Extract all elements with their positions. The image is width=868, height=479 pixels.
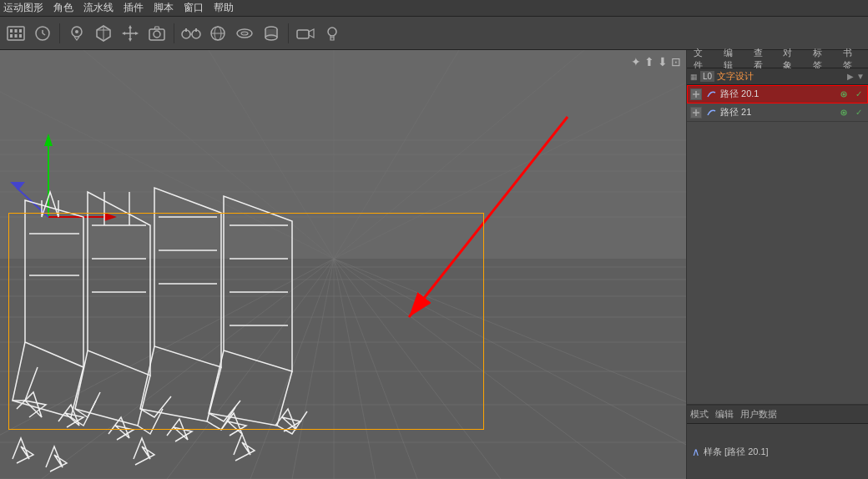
svg-marker-17	[135, 32, 139, 35]
svg-line-9	[43, 33, 45, 35]
rb-tab-userdata[interactable]: 用户数据	[740, 408, 777, 421]
layer-name-path-21: 路径 21	[720, 106, 835, 118]
toolbar-cube-icon[interactable]	[91, 21, 116, 46]
layer-toggle-path-21[interactable]	[690, 107, 702, 118]
menu-item-pipeline[interactable]: 流水线	[83, 1, 114, 15]
menu-bar: 运动图形 角色 流水线 插件 脚本 窗口 帮助	[0, 0, 868, 17]
move-icon[interactable]: ✦	[631, 55, 641, 68]
right-panel: 文件 编辑 查看 对象 标签 书签 ▦ L0 文字设计 ▶ ▼	[686, 50, 868, 479]
svg-marker-14	[129, 25, 132, 28]
layer-eye-path-21[interactable]	[838, 107, 850, 118]
spline-icon-2	[705, 107, 717, 118]
layer-name-path-20-1: 路径 20.1	[720, 88, 835, 100]
toolbar-sep-1	[59, 23, 60, 43]
svg-rect-1	[10, 29, 13, 33]
right-bottom-panel: 模式 编辑 用户数据 ∧ 样条 [路径 20.1]	[687, 404, 868, 479]
toolbar-film-icon[interactable]	[3, 21, 28, 46]
l0-indicator: L0	[700, 71, 714, 82]
layer-eye-path-20-1[interactable]	[838, 88, 850, 100]
svg-marker-15	[129, 38, 132, 42]
svg-point-85	[843, 111, 845, 113]
toolbar-sphere-icon[interactable]	[205, 21, 230, 46]
menu-item-motion[interactable]: 运动图形	[3, 1, 43, 15]
svg-point-36	[328, 28, 336, 36]
svg-rect-34	[297, 30, 309, 38]
main-area: ✦ ⬆ ⬇ ⊡ 文件 编辑 查看 对象 标签 书签 ▦ L0 文字设计 ▶ ▼	[0, 50, 868, 479]
collapse-icon[interactable]: ▼	[856, 72, 865, 81]
manager-spacer	[687, 122, 868, 404]
spline-indicator-icon: ∧	[692, 446, 700, 458]
maximize-icon[interactable]: ⊡	[671, 55, 681, 68]
toolbar-camera2-icon[interactable]	[293, 21, 318, 46]
viewport[interactable]: ✦ ⬆ ⬇ ⊡	[0, 50, 686, 479]
svg-point-28	[241, 32, 248, 35]
svg-point-83	[843, 93, 845, 95]
toolbar-cylinder-icon[interactable]	[259, 21, 284, 46]
svg-point-11	[75, 30, 78, 33]
zoom-out-icon[interactable]: ⬇	[658, 55, 668, 68]
zoom-in-icon[interactable]: ⬆	[644, 55, 654, 68]
viewport-grid	[0, 50, 686, 479]
svg-marker-16	[122, 32, 125, 35]
svg-point-19	[154, 31, 160, 38]
layer-check-path-21[interactable]: ✓	[853, 107, 865, 118]
rb-tab-mode[interactable]: 模式	[690, 408, 709, 421]
rb-tab-edit[interactable]: 编辑	[715, 408, 734, 421]
toolbar-sep-2	[174, 23, 174, 43]
layer-toggle-path-20-1[interactable]	[690, 88, 702, 100]
svg-marker-35	[309, 29, 314, 38]
spline-icon-1	[705, 88, 717, 100]
layer-row-path-21[interactable]: 路径 21 ✓	[687, 103, 868, 122]
text-design-label: 文字设计	[717, 70, 754, 83]
svg-rect-6	[19, 34, 22, 38]
svg-rect-3	[19, 29, 22, 33]
viewport-controls: ✦ ⬆ ⬇ ⊡	[631, 55, 681, 68]
object-manager: ▦ L0 文字设计 ▶ ▼ 路径 20.1	[687, 68, 868, 404]
toolbar-light-icon[interactable]	[320, 21, 345, 46]
menu-item-role[interactable]: 角色	[53, 1, 73, 15]
toolbar-brush-icon[interactable]	[64, 21, 89, 46]
selected-object-label: 样条 [路径 20.1]	[704, 446, 769, 458]
menu-item-window[interactable]: 窗口	[184, 1, 204, 15]
svg-rect-5	[15, 34, 18, 38]
svg-rect-23	[195, 28, 197, 32]
layer-row-path-20-1[interactable]: 路径 20.1 ✓	[687, 85, 868, 103]
svg-rect-4	[10, 34, 13, 38]
grid-icon: ▦	[690, 73, 698, 81]
toolbar-view-icon[interactable]	[179, 21, 204, 46]
menu-item-plugin[interactable]: 插件	[124, 1, 144, 15]
right-bottom-tabs: 模式 编辑 用户数据	[687, 406, 868, 424]
svg-rect-2	[15, 29, 18, 33]
svg-rect-0	[8, 27, 24, 40]
menu-item-script[interactable]: 脚本	[154, 1, 174, 15]
layer-header: ▦ L0 文字设计 ▶ ▼	[687, 68, 868, 85]
toolbar-torus-icon[interactable]	[232, 21, 257, 46]
menu-item-help[interactable]: 帮助	[214, 1, 234, 15]
toolbar-camera-icon[interactable]	[144, 21, 169, 46]
layer-check-path-20-1[interactable]: ✓	[853, 88, 865, 100]
right-bottom-content: ∧ 样条 [路径 20.1]	[687, 424, 868, 479]
svg-rect-22	[185, 28, 187, 32]
expand-icon[interactable]: ▶	[847, 72, 854, 81]
right-panel-tabs: 文件 编辑 查看 对象 标签 书签	[687, 50, 868, 68]
toolbar-sep-3	[288, 23, 289, 43]
toolbar-move-icon[interactable]	[118, 21, 143, 46]
toolbar-clock-icon[interactable]	[30, 21, 55, 46]
